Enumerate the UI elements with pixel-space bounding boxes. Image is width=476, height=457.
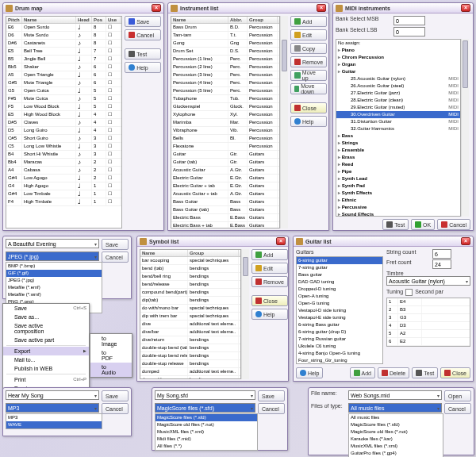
table-row[interactable]: Percussion (5 line)Perc.Percussion	[171, 87, 279, 95]
list-item[interactable]: DAD GAD tuning	[297, 278, 382, 286]
table-row[interactable]: D#6Castanets♪8☐	[6, 40, 121, 48]
table-row[interactable]: Guitar (tab)Gtr.Guitars	[171, 159, 279, 167]
tree-item[interactable]: ▸ Sound Effects	[336, 211, 460, 217]
option[interactable]: Metafile (*.wmf)	[6, 291, 102, 298]
tree-item[interactable]: No assign:	[336, 40, 460, 47]
table-row[interactable]: D5Long Guiro♩4☐	[6, 127, 121, 135]
menu-item[interactable]: Save active part	[3, 336, 89, 344]
help-button[interactable]: Help	[290, 116, 327, 127]
list-item[interactable]: Dropped-D tuning	[297, 286, 382, 293]
table-row[interactable]: B5Jingle Bell♩7☐	[6, 56, 121, 63]
table-row[interactable]: double-stop bend (tab)bendings	[140, 344, 240, 352]
tree-item[interactable]: ▸ Synth Effects	[336, 190, 460, 197]
save-button[interactable]: Save	[102, 390, 129, 401]
table-row[interactable]: BellsBl.Percussion	[171, 135, 279, 143]
menu-item[interactable]: Save as...	[3, 313, 89, 321]
option[interactable]: All files (*.*)	[155, 443, 257, 450]
table-row[interactable]: bend (tab)bendings	[140, 265, 240, 273]
table-row[interactable]: Percussion (3 line)Perc.Percussion	[171, 71, 279, 79]
timbre-select[interactable]: Acoustic Guitar (nylon)	[386, 276, 470, 286]
filename-input[interactable]: My Song.sfd	[155, 390, 255, 400]
table-row[interactable]: D6Mute Surdo♪8☐	[6, 32, 121, 40]
tree-item[interactable]: ▸ Synth Lead	[336, 175, 460, 182]
option[interactable]: Karaoke files (*.kar)	[349, 436, 443, 443]
table-row[interactable]: Electric Guitar + tabE.Gtr.Guitars	[171, 182, 279, 190]
save-button[interactable]: Save	[258, 390, 285, 401]
scrollbar[interactable]	[241, 249, 249, 379]
table-row[interactable]: dive/returnbendings	[140, 336, 240, 344]
scrollbar[interactable]	[280, 16, 288, 228]
test-button[interactable]: Test	[125, 48, 161, 60]
table-row[interactable]: TubaphoneTub.Percussion	[171, 95, 279, 103]
list-item[interactable]: 4-string Banjo Open-G tuning	[297, 350, 382, 357]
filename-input[interactable]: Web Songs.mid	[348, 390, 442, 400]
menu-item[interactable]: Save active composition	[3, 321, 89, 336]
type-select[interactable]: All music files	[348, 403, 442, 413]
list-item[interactable]: Ukulele C6 tuning	[297, 343, 382, 350]
tree-item[interactable]: ▸ Ethnic	[336, 197, 460, 204]
list-item[interactable]: Open-A tuning	[297, 293, 382, 300]
close-icon[interactable]: ×	[461, 237, 470, 245]
tree-item[interactable]: 25.Acoustic Guitar (nylon)MIDI	[336, 75, 460, 83]
close-button[interactable]: Close	[440, 367, 470, 378]
table-row[interactable]: Bb5Shaker♪6☐	[6, 63, 121, 71]
cancel-button[interactable]: Cancel	[437, 219, 470, 230]
table-row[interactable]: Electric GuitarE.Gtr.Guitars	[171, 175, 279, 182]
scrollbar[interactable]	[461, 39, 469, 217]
tree-item[interactable]: ▸ Chrom Percussion	[336, 54, 460, 61]
type-select[interactable]: MagicScore files (*.sfd)	[155, 403, 255, 413]
tree-item[interactable]: ▸ Piano	[336, 47, 460, 54]
table-row[interactable]: C5Long Low Whistle♩3☐	[6, 143, 121, 151]
string-count[interactable]: 6	[432, 249, 451, 259]
table-row[interactable]: F#5Mute Cuica♪5☐	[6, 95, 121, 103]
table-row[interactable]: FlexatonePercussion	[171, 143, 279, 151]
cancel-button[interactable]: Cancel	[102, 252, 129, 263]
table-row[interactable]: E5High Wood Block♩4☐	[6, 111, 121, 119]
help-button[interactable]: Help	[296, 367, 323, 378]
table-row[interactable]: 6E2	[387, 338, 470, 346]
type-select[interactable]: JPEG (*.jpg)	[6, 252, 99, 261]
table-row[interactable]: 1E4	[387, 298, 470, 306]
tree-item[interactable]: ▸ Strings	[336, 140, 460, 147]
fret-count[interactable]: 24	[432, 259, 451, 269]
table-row[interactable]: compound bend(part)bendings	[140, 289, 240, 297]
move-down-button[interactable]: Move down	[290, 83, 327, 94]
cancel-button[interactable]: Cancel	[258, 403, 285, 414]
table-row[interactable]: A4Cabasa♪2☐	[6, 167, 121, 175]
list-item[interactable]: Open-G tuning	[297, 300, 382, 307]
add-button[interactable]: Add	[290, 16, 327, 27]
table-row[interactable]: E6Open Surdo♩8☐	[6, 24, 121, 32]
table-row[interactable]: double-stop bend releasebendings	[140, 352, 240, 360]
table-row[interactable]: G#4Low Agogo♩2☐	[6, 175, 121, 182]
list-item[interactable]: Four_string_Gtr_tuning	[297, 357, 382, 364]
table-row[interactable]: Bass GuitarBassGuitars	[171, 198, 279, 206]
table-row[interactable]: D#5Claves♪4☐	[6, 119, 121, 127]
table-row[interactable]: GlockenspielGlock.Percussion	[171, 103, 279, 111]
table-row[interactable]: GuitarGtr.Guitars	[171, 151, 279, 159]
close-icon[interactable]: ×	[152, 4, 161, 12]
tree-item[interactable]: 26.Acoustic Guitar (steel)MIDI	[336, 83, 460, 90]
option[interactable]: JPEG (*.jpg)	[6, 277, 102, 284]
table-row[interactable]: MarimbaMar.Percussion	[171, 119, 279, 127]
table-row[interactable]: 3G3	[387, 314, 470, 322]
open-button[interactable]: Open	[444, 390, 471, 401]
help-button[interactable]: Help	[251, 309, 288, 320]
option[interactable]: All music files	[349, 414, 443, 421]
tree-item[interactable]: ▸ Synth Pad	[336, 182, 460, 190]
save-button[interactable]: Save	[125, 16, 161, 27]
option[interactable]: MagicScore files (*.sfd)	[349, 421, 443, 428]
tree-item[interactable]: 29.Electric Guitar (muted)MIDI	[336, 104, 460, 111]
menu-item[interactable]: Export	[3, 347, 89, 355]
tree-item[interactable]: ▸ Reed	[336, 161, 460, 168]
table-row[interactable]: F5Low Wood Block♩5☐	[6, 103, 121, 111]
close-icon[interactable]: ×	[276, 237, 286, 245]
table-row[interactable]: dumpedadditional text eleme..	[140, 368, 240, 376]
test-button[interactable]: Test	[382, 219, 409, 230]
test-button[interactable]: Test	[412, 367, 438, 378]
option[interactable]: MagicScore old files (*.not)	[155, 421, 257, 428]
table-row[interactable]: E5Bell Tree♩7☐	[6, 48, 121, 56]
tree-item[interactable]: 30.Overdriven GuitarMIDI	[336, 111, 460, 118]
table-row[interactable]: 4D3	[387, 322, 470, 330]
copy-button[interactable]: Copy	[290, 43, 327, 54]
table-row[interactable]: G#5Mute Triangle♪6☐	[6, 79, 121, 87]
